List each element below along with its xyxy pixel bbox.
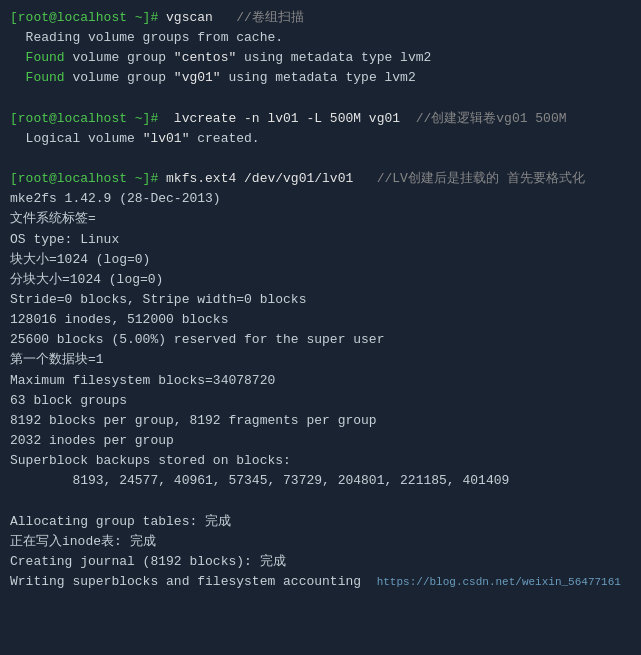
terminal-line	[10, 89, 631, 109]
terminal-line: 正在写入inode表: 完成	[10, 532, 631, 552]
terminal-line: Found volume group "vg01" using metadata…	[10, 68, 631, 88]
terminal-line: [root@localhost ~]# vgscan //卷组扫描	[10, 8, 631, 28]
terminal-line: Maximum filesystem blocks=34078720	[10, 371, 631, 391]
terminal-line: Writing superblocks and filesystem accou…	[10, 572, 631, 592]
terminal-line: 第一个数据块=1	[10, 350, 631, 370]
terminal-line: 8193, 24577, 40961, 57345, 73729, 204801…	[10, 471, 631, 491]
terminal-line: 128016 inodes, 512000 blocks	[10, 310, 631, 330]
terminal-line: Logical volume "lv01" created.	[10, 129, 631, 149]
terminal-content: [root@localhost ~]# vgscan //卷组扫描 Readin…	[10, 8, 631, 592]
terminal-line: [root@localhost ~]# lvcreate -n lv01 -L …	[10, 109, 631, 129]
terminal-line: Found volume group "centos" using metada…	[10, 48, 631, 68]
terminal-line	[10, 149, 631, 169]
terminal-line: Reading volume groups from cache.	[10, 28, 631, 48]
terminal-line: mke2fs 1.42.9 (28-Dec-2013)	[10, 189, 631, 209]
terminal-window: [root@localhost ~]# vgscan //卷组扫描 Readin…	[0, 0, 641, 655]
terminal-line: Allocating group tables: 完成	[10, 512, 631, 532]
terminal-line: Stride=0 blocks, Stripe width=0 blocks	[10, 290, 631, 310]
terminal-line: 25600 blocks (5.00%) reserved for the su…	[10, 330, 631, 350]
terminal-line: 块大小=1024 (log=0)	[10, 250, 631, 270]
terminal-line: OS type: Linux	[10, 230, 631, 250]
terminal-line: 文件系统标签=	[10, 209, 631, 229]
terminal-line: 2032 inodes per group	[10, 431, 631, 451]
terminal-line: [root@localhost ~]# mkfs.ext4 /dev/vg01/…	[10, 169, 631, 189]
terminal-line: Creating journal (8192 blocks): 完成	[10, 552, 631, 572]
terminal-line: 8192 blocks per group, 8192 fragments pe…	[10, 411, 631, 431]
terminal-line: 63 block groups	[10, 391, 631, 411]
terminal-line: 分块大小=1024 (log=0)	[10, 270, 631, 290]
terminal-line: Superblock backups stored on blocks:	[10, 451, 631, 471]
terminal-line	[10, 491, 631, 511]
